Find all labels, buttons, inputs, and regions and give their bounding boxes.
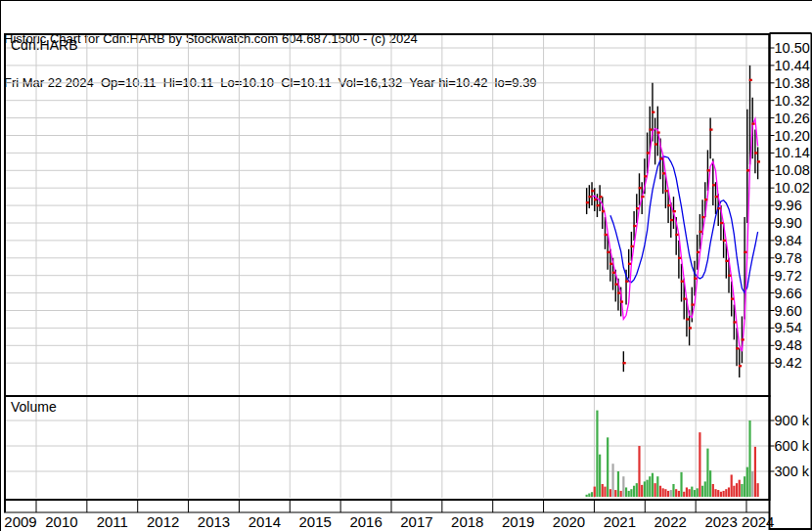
volume-bar xyxy=(694,490,696,497)
volume-bar xyxy=(748,420,750,497)
volume-bar xyxy=(662,488,664,497)
close-tick xyxy=(662,172,665,174)
close-tick xyxy=(641,196,644,198)
volume-bar xyxy=(602,484,604,497)
close-tick xyxy=(589,196,592,198)
volume-bar xyxy=(746,467,748,497)
volume-bar xyxy=(649,476,651,497)
price-axis-labels: 10.5010.4410.3810.3210.2610.2010.1410.08… xyxy=(770,40,810,371)
volume-bar xyxy=(757,483,759,497)
volume-bar xyxy=(680,472,682,497)
year-label: 2016 xyxy=(349,513,382,530)
year-label: 2018 xyxy=(451,513,483,530)
volume-bar xyxy=(670,490,672,497)
price-tick-label: 9.54 xyxy=(775,320,802,335)
close-tick xyxy=(728,275,731,277)
volume-bar xyxy=(723,491,725,497)
volume-pane-label: Volume xyxy=(11,399,57,415)
volume-bar xyxy=(641,485,643,497)
close-tick xyxy=(639,187,642,189)
volume-bar xyxy=(733,486,735,497)
historic-price-chart: 10.5010.4410.3810.3210.2610.2010.1410.08… xyxy=(1,1,812,531)
volume-bar xyxy=(652,473,654,497)
close-tick xyxy=(739,365,742,367)
close-tick xyxy=(614,284,617,286)
close-tick xyxy=(612,272,615,274)
close-tick xyxy=(597,204,600,206)
close-tick xyxy=(726,260,729,262)
close-tick xyxy=(625,281,628,283)
price-tick-label: 10.32 xyxy=(775,93,810,109)
price-tick-label: 9.66 xyxy=(775,286,802,301)
volume-bar xyxy=(731,474,733,497)
year-label: 2014 xyxy=(248,513,281,530)
volume-bar xyxy=(717,490,719,497)
volume-bar xyxy=(720,492,722,497)
volume-bar xyxy=(699,432,700,497)
close-tick xyxy=(628,263,631,265)
volume-bar xyxy=(697,488,699,497)
volume-bar xyxy=(675,489,677,497)
year-label: 2021 xyxy=(604,513,636,530)
price-tick-label: 10.50 xyxy=(775,40,810,56)
close-tick xyxy=(609,263,612,265)
volume-bar xyxy=(744,476,745,497)
stockwatch-chart-window: Historic Chart for Cdn:HARB by Stockwatc… xyxy=(0,0,812,531)
close-tick xyxy=(594,199,597,200)
close-tick xyxy=(689,327,692,329)
price-tick-label: 10.08 xyxy=(775,162,810,178)
close-tick xyxy=(683,297,686,299)
volume-bar xyxy=(591,492,593,497)
close-tick xyxy=(749,79,752,81)
volume-bar xyxy=(625,487,627,497)
volume-bar xyxy=(736,483,738,497)
price-tick-label: 10.38 xyxy=(775,75,810,91)
close-tick xyxy=(715,196,718,198)
volume-bar xyxy=(644,481,646,497)
year-label: 2017 xyxy=(400,513,432,530)
close-tick xyxy=(694,278,697,280)
close-tick xyxy=(667,204,670,206)
close-tick xyxy=(757,160,760,162)
close-tick xyxy=(673,210,676,212)
price-tick-label: 9.90 xyxy=(775,215,802,231)
volume-bar xyxy=(628,491,630,497)
close-tick xyxy=(717,207,720,209)
volume-bar xyxy=(725,489,727,497)
close-tick xyxy=(591,190,594,192)
close-tick xyxy=(644,175,647,177)
volume-bar xyxy=(712,484,714,497)
year-label: 2011 xyxy=(97,513,128,530)
volume-bar xyxy=(706,449,708,497)
close-tick xyxy=(736,347,739,349)
close-tick xyxy=(599,196,602,198)
symbol-label: Cdn:HARB xyxy=(11,37,77,53)
price-tick-label: 10.14 xyxy=(775,145,810,160)
volume-bar xyxy=(646,480,648,497)
volume-bar xyxy=(659,486,661,497)
year-label: 2024 xyxy=(742,513,774,530)
close-tick xyxy=(620,300,623,302)
volume-bar xyxy=(691,487,693,497)
volume-bar xyxy=(701,486,703,497)
volume-bar xyxy=(594,487,596,497)
gridlines xyxy=(5,34,770,498)
price-tick-label: 9.96 xyxy=(775,198,802,213)
price-tick-label: 9.78 xyxy=(775,250,802,266)
year-label: 2023 xyxy=(704,513,737,530)
volume-bar xyxy=(622,476,624,497)
volume-bar xyxy=(620,491,622,497)
volume-bar xyxy=(678,491,680,497)
volume-bar xyxy=(714,489,716,497)
price-tick-label: 9.42 xyxy=(775,355,802,371)
price-tick-label: 10.26 xyxy=(775,111,810,126)
volume-bar xyxy=(586,495,588,497)
year-label: 2009 xyxy=(4,513,36,530)
close-tick xyxy=(712,184,715,186)
volume-bar xyxy=(739,480,741,497)
close-tick xyxy=(657,131,660,133)
close-tick xyxy=(652,111,654,113)
close-tick xyxy=(623,362,626,364)
close-tick xyxy=(751,122,754,124)
volume-bar xyxy=(754,447,756,497)
